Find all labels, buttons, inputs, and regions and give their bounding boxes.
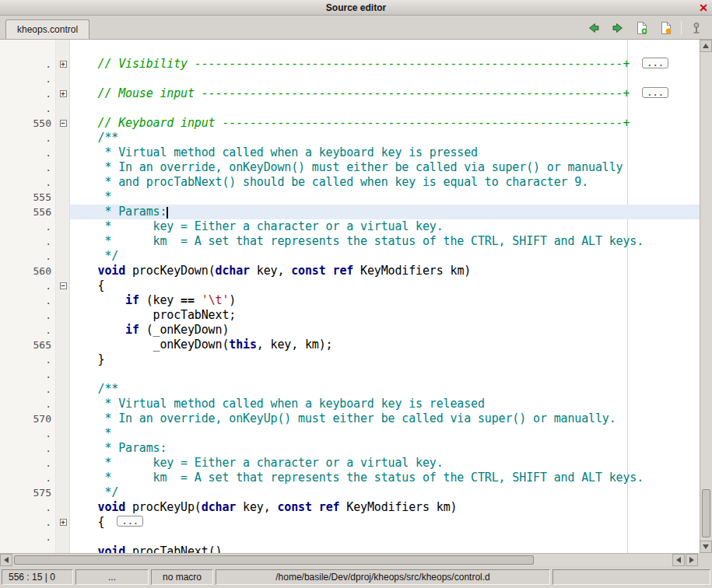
code-text[interactable]: [70, 72, 700, 86]
code-text[interactable]: */: [70, 249, 700, 264]
code-editor[interactable]: .+ // Visibility -----------------------…: [0, 40, 712, 553]
code-text[interactable]: * Params:: [70, 205, 700, 219]
line-number: 560: [0, 264, 56, 278]
line-number: .: [0, 308, 56, 323]
scroll-up-button[interactable]: [700, 40, 712, 52]
code-text[interactable]: /**: [70, 382, 700, 397]
code-text[interactable]: void procKeyUp(dchar key, const ref KeyM…: [70, 500, 700, 515]
nav-back-button[interactable]: [584, 19, 603, 37]
code-line: . * key = Either a character or a virtua…: [0, 219, 700, 234]
horizontal-scroll-thumb[interactable]: [14, 555, 534, 565]
scroll-left-button-right[interactable]: [672, 554, 685, 566]
nav-forward-button[interactable]: [609, 19, 627, 37]
token: [70, 323, 125, 337]
token: this: [229, 338, 257, 352]
title-bar: Source editor ✕: [0, 0, 712, 16]
code-text[interactable]: void procKeyDown(dchar key, const ref Ke…: [70, 264, 700, 278]
code-text[interactable]: if (key == '\t'): [70, 293, 700, 308]
code-text[interactable]: *: [70, 190, 700, 205]
line-number: .: [0, 515, 56, 530]
code-text[interactable]: * and procTabNext() should be called whe…: [70, 175, 700, 190]
fold-collapse-icon[interactable]: −: [60, 120, 67, 127]
code-text[interactable]: {...: [70, 515, 700, 530]
code-text[interactable]: * key = Either a character or a virtual …: [70, 456, 700, 471]
code-line: . void procTabNext(): [0, 544, 700, 553]
code-text[interactable]: [70, 367, 700, 382]
line-number: .: [0, 367, 56, 382]
pin-icon: [689, 20, 704, 36]
code-line: . * km = A set that represents the statu…: [0, 471, 700, 485]
code-text[interactable]: * In an override, onKeyDown() must eithe…: [70, 160, 700, 175]
detach-button[interactable]: [687, 19, 706, 37]
code-text[interactable]: * In an override, onKeyUp() must either …: [70, 411, 700, 426]
fold-expand-icon[interactable]: +: [60, 61, 67, 68]
fold-column-cell: [56, 544, 70, 553]
code-text[interactable]: [70, 101, 700, 116]
code-text[interactable]: _onKeyDown(this, key, km);: [70, 338, 700, 352]
code-text[interactable]: procTabNext;: [70, 308, 700, 323]
folded-code-ellipsis[interactable]: ...: [117, 516, 143, 527]
code-text[interactable]: }: [70, 352, 700, 367]
vertical-scrollbar[interactable]: [700, 40, 712, 553]
code-text[interactable]: if (_onKeyDown): [70, 323, 700, 338]
code-text[interactable]: * Params:: [70, 441, 700, 456]
token: KeyModifiers km): [339, 500, 457, 514]
folded-code-ellipsis[interactable]: ...: [642, 58, 668, 68]
token: [70, 264, 98, 278]
code-line: .: [0, 72, 700, 86]
scroll-down-button[interactable]: [700, 541, 712, 553]
close-button[interactable]: ✕: [699, 1, 708, 15]
horizontal-scrollbar[interactable]: [0, 553, 698, 566]
arrow-up-icon: [703, 44, 709, 48]
code-text[interactable]: // Visibility --------------------------…: [70, 57, 700, 72]
fold-column-cell: [56, 101, 70, 116]
fold-expand-icon[interactable]: +: [60, 90, 67, 97]
fold-column-cell: [56, 190, 70, 205]
token: _onKeyDown(: [70, 338, 229, 352]
fold-expand-icon[interactable]: +: [60, 519, 67, 526]
token: ): [229, 293, 236, 307]
folded-code-ellipsis[interactable]: ...: [642, 87, 668, 98]
code-text[interactable]: // Keyboard input ----------------------…: [70, 116, 700, 131]
code-text[interactable]: /**: [70, 131, 700, 145]
code-line: .: [0, 530, 700, 544]
token: procKeyUp(: [125, 500, 202, 514]
code-text[interactable]: [70, 530, 700, 544]
scroll-left-button[interactable]: [0, 554, 12, 566]
code-text[interactable]: */: [70, 485, 700, 500]
token: KeyModifiers km): [353, 264, 471, 278]
code-text[interactable]: void procTabNext(): [70, 544, 700, 553]
document-green-button[interactable]: [633, 19, 651, 37]
token: /**: [70, 382, 118, 396]
tab-kheops-control[interactable]: kheops.control: [5, 19, 89, 39]
vertical-scroll-thumb[interactable]: [702, 489, 710, 537]
fold-collapse-icon[interactable]: −: [60, 282, 67, 289]
code-text[interactable]: * Virtual method called when a keyboard …: [70, 397, 700, 411]
code-text[interactable]: * Virtual method called when a keyboard …: [70, 145, 700, 160]
token: (key: [139, 293, 181, 307]
code-line: . procTabNext;: [0, 308, 700, 323]
status-segment-2: ...: [75, 569, 149, 585]
fold-column-cell: [56, 426, 70, 441]
fold-column-cell: −: [56, 116, 70, 131]
code-text[interactable]: // Mouse input -------------------------…: [70, 86, 700, 101]
code-text[interactable]: * km = A set that represents the status …: [70, 471, 700, 485]
arrow-right-icon: [689, 557, 694, 563]
code-text[interactable]: * km = A set that represents the status …: [70, 234, 700, 249]
token: '\t': [202, 293, 230, 307]
fold-column-cell: [56, 205, 70, 219]
document-orange-button[interactable]: [657, 19, 675, 37]
fold-column-cell: [56, 145, 70, 160]
code-line: . * Virtual method called when a keyboar…: [0, 145, 700, 160]
toolbar-separator: [681, 21, 682, 35]
document-orange-dot-icon: [658, 20, 674, 36]
token: key,: [250, 264, 291, 278]
token: (_onKeyDown): [139, 323, 229, 337]
code-text[interactable]: {: [70, 278, 700, 293]
tab-bar: kheops.control: [0, 16, 712, 40]
code-text[interactable]: * key = Either a character or a virtual …: [70, 219, 700, 234]
fold-column-cell: −: [56, 278, 70, 293]
scroll-right-button[interactable]: [686, 554, 698, 566]
token: * Virtual method called when a keyboard …: [70, 397, 485, 411]
code-text[interactable]: *: [70, 426, 700, 441]
